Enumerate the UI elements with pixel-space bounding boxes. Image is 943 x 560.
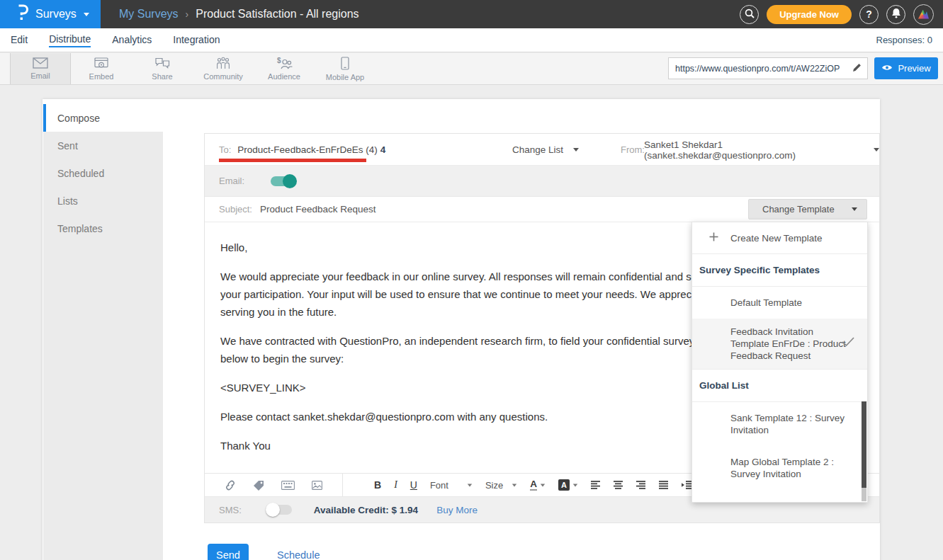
tab-edit[interactable]: Edit	[11, 34, 28, 47]
help-button[interactable]: ?	[859, 5, 879, 24]
embed-browser-gear-icon	[94, 57, 108, 71]
edit-url-pencil-icon[interactable]	[847, 62, 867, 75]
questionpro-logo-icon	[17, 4, 28, 24]
search-button[interactable]	[740, 5, 759, 24]
chevron-down-icon	[874, 148, 879, 152]
schedule-link[interactable]: Schedule	[277, 549, 320, 560]
create-new-template-item[interactable]: Create New Template	[692, 222, 867, 254]
email-toggle[interactable]	[271, 176, 295, 186]
align-right-icon[interactable]	[636, 481, 646, 489]
survey-url-input[interactable]	[669, 64, 847, 74]
bold-button[interactable]: B	[374, 479, 381, 491]
channel-community[interactable]: Community	[193, 53, 254, 84]
keyboard-icon[interactable]	[281, 481, 295, 490]
channel-mobile-app[interactable]: Mobile App	[315, 53, 375, 84]
notifications-button[interactable]	[886, 5, 905, 24]
question-mark-icon: ?	[866, 8, 872, 20]
to-list-name[interactable]: Product-Feedback-EnFrDeEs (4)	[237, 144, 377, 155]
align-left-icon[interactable]	[591, 481, 601, 489]
text-color-button[interactable]: A	[530, 479, 546, 491]
send-button[interactable]: Send	[208, 544, 249, 560]
menu-scrollbar-track[interactable]	[862, 488, 866, 501]
toggle-knob	[266, 503, 280, 517]
sidebar-item-compose[interactable]: Compose	[43, 104, 163, 132]
breadcrumb-my-surveys[interactable]: My Surveys	[119, 8, 179, 21]
menu-item-default-template[interactable]: Default Template	[692, 287, 867, 319]
sidebar-item-templates[interactable]: Templates	[43, 215, 163, 242]
breadcrumb-survey-title: Product Satisfaction - All regions	[196, 8, 358, 21]
indent-icon[interactable]	[682, 481, 692, 489]
chat-bubbles-icon	[154, 57, 170, 71]
menu-item-map-global-template-2[interactable]: Map Global Template 2 : Survey Invitatio…	[692, 446, 867, 490]
global-list-header: Global List	[692, 370, 867, 402]
sidebar-item-scheduled[interactable]: Scheduled	[43, 159, 163, 187]
align-justify-icon[interactable]	[659, 481, 669, 489]
italic-button[interactable]: I	[394, 479, 397, 491]
subject-row: Subject: Product Feedback Request Change…	[205, 197, 879, 222]
channel-email[interactable]: Email	[10, 53, 71, 84]
bell-icon	[891, 8, 901, 21]
chevron-down-icon	[573, 484, 577, 486]
channel-label: Community	[203, 72, 243, 81]
surveys-product-menu[interactable]: Surveys	[0, 0, 101, 28]
font-size-select[interactable]: Size	[485, 480, 517, 491]
to-underline-bar	[219, 159, 366, 162]
send-actions-row: Send Schedule	[208, 544, 880, 560]
tab-integration[interactable]: Integration	[173, 34, 220, 47]
highlight-color-button[interactable]: A	[558, 479, 578, 491]
svg-text:$: $	[277, 57, 281, 64]
change-list-dropdown[interactable]: Change List	[512, 134, 579, 166]
search-icon	[745, 8, 755, 21]
chevron-down-icon	[541, 484, 545, 486]
create-new-template-label: Create New Template	[730, 233, 823, 244]
change-template-dropdown-button[interactable]: Change Template	[748, 199, 867, 219]
tab-distribute[interactable]: Distribute	[49, 33, 91, 47]
preview-button[interactable]: Preview	[874, 57, 938, 79]
from-label: From:	[621, 144, 645, 155]
text-color-letter: A	[530, 479, 537, 491]
breadcrumb: My Surveys › Product Satisfaction - All …	[119, 8, 359, 21]
from-sender-dropdown[interactable]: Sanket1 Shekdar1 (sanket.shekdar@questio…	[644, 134, 879, 166]
menu-item-test-global-test-g[interactable]: Test Global Test G : Test PAA G	[692, 490, 867, 503]
sidebar-item-lists[interactable]: Lists	[43, 187, 163, 215]
menu-scrollbar-thumb[interactable]	[862, 401, 866, 488]
subject-value[interactable]: Product Feedback Request	[260, 204, 376, 215]
breadcrumb-separator: ›	[186, 8, 189, 20]
channel-embed[interactable]: Embed	[71, 53, 132, 84]
font-family-select[interactable]: Font	[430, 480, 473, 491]
sidebar-item-label: Compose	[57, 113, 100, 124]
dollar-people-icon: $	[276, 57, 293, 71]
survey-url-field	[668, 57, 868, 79]
account-avatar[interactable]	[913, 4, 934, 25]
phone-icon	[341, 57, 349, 72]
align-center-icon[interactable]	[614, 481, 623, 489]
merge-tag-icon[interactable]	[253, 480, 264, 491]
insert-link-icon[interactable]	[225, 480, 236, 491]
sidebar-item-sent[interactable]: Sent	[43, 132, 163, 159]
sms-toggle[interactable]	[268, 505, 292, 515]
menu-item-feedback-invitation-template[interactable]: Feedback Invitation Template EnFrDe : Pr…	[692, 319, 867, 370]
plus-icon	[709, 232, 718, 244]
size-select-label: Size	[485, 480, 503, 491]
menu-item-sank-template-12[interactable]: Sank Template 12 : Survey Invitation	[692, 402, 867, 446]
to-recipient-count: 4	[380, 144, 386, 155]
selected-template-label: Feedback Invitation Template EnFrDe : Pr…	[730, 326, 846, 361]
subject-label: Subject:	[219, 204, 252, 215]
sidebar-item-label: Lists	[57, 195, 78, 207]
distribution-channel-bar: Email Embed Share Community $ Audience	[0, 53, 943, 85]
channel-audience[interactable]: $ Audience	[254, 53, 315, 84]
insert-image-icon[interactable]	[312, 481, 322, 490]
chevron-down-icon	[852, 207, 857, 211]
buy-more-link[interactable]: Buy More	[436, 505, 478, 515]
email-label: Email:	[219, 176, 244, 186]
channel-share[interactable]: Share	[132, 53, 193, 84]
change-template-label: Change Template	[762, 204, 835, 215]
eye-icon	[881, 63, 893, 74]
survey-specific-templates-header: Survey Specific Templates	[692, 254, 867, 287]
upgrade-now-button[interactable]: Upgrade Now	[767, 5, 852, 24]
toggle-knob	[283, 174, 297, 188]
underline-button[interactable]: U	[410, 479, 417, 491]
sidebar-item-label: Scheduled	[57, 168, 104, 179]
font-select-label: Font	[430, 480, 448, 491]
tab-analytics[interactable]: Analytics	[112, 34, 152, 47]
